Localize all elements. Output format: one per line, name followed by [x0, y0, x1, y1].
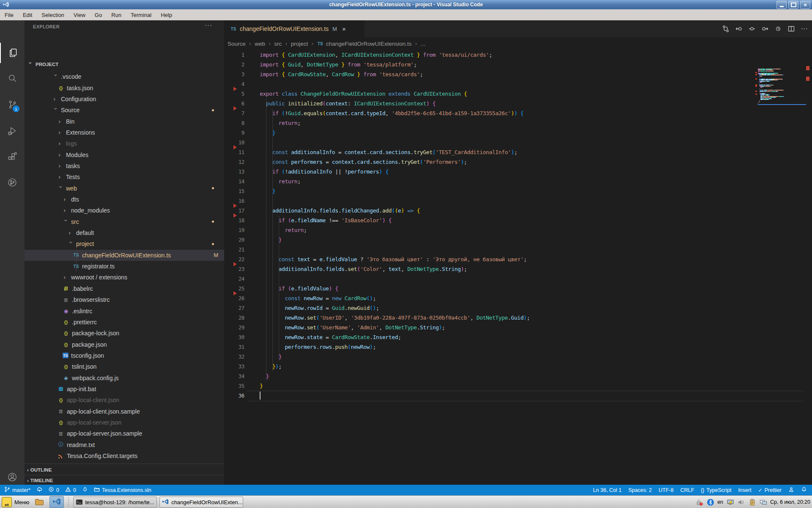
menu-item-run[interactable]: Run	[107, 9, 126, 20]
tree-item-.eslintrc[interactable]: ◉.eslintrc	[25, 305, 224, 316]
line-number-35[interactable]: 35	[224, 381, 244, 391]
tab-changeFieldOrRowUIExtension[interactable]: TS changeFieldOrRowUIExtension.ts M ×	[224, 20, 365, 37]
status-cloud-upload[interactable]	[36, 486, 42, 494]
minimap[interactable]	[758, 69, 805, 106]
split-editor-icon[interactable]	[787, 25, 796, 33]
tree-item-app-local-server.json[interactable]: {}app-local-server.json	[25, 417, 224, 428]
code-line-6[interactable]: public initialized(context: ICardUIExten…	[260, 99, 436, 108]
menu-item-selection[interactable]: Selection	[37, 9, 69, 20]
line-number-9[interactable]: 9	[224, 128, 244, 138]
line-number-20[interactable]: 20	[224, 235, 244, 245]
line-number-3[interactable]: 3	[224, 69, 244, 79]
tree-item-.prettierrc[interactable]: {}.prettierrc	[25, 317, 224, 328]
tree-item-Modules[interactable]: ›Modules	[25, 149, 224, 160]
status-ln-36-col-1[interactable]: Ln 36, Col 1	[593, 487, 621, 493]
tree-item-project[interactable]: ›project	[25, 238, 224, 249]
git-deleted-marker[interactable]	[233, 204, 237, 208]
status-spaces-2[interactable]: Spaces: 2	[628, 487, 652, 493]
code-editor[interactable]: 1import { CardUIExtension, ICardUIExtens…	[224, 50, 812, 485]
taskbar-window-vscode[interactable]: changeFieldOrRowUIExten...	[159, 497, 243, 508]
tree-item-app-local-server.json.sample[interactable]: ≣app-local-server.json.sample	[25, 428, 224, 439]
status-utf-8[interactable]: UTF-8	[658, 487, 673, 493]
code-line-35[interactable]: }	[260, 381, 263, 391]
git-deleted-marker[interactable]	[233, 106, 237, 110]
tree-item-tsconfig.json[interactable]: TStsconfig.json	[25, 350, 224, 361]
close-button[interactable]: ×	[800, 1, 810, 9]
tree-item-app-local-client.json[interactable]: {}app-local-client.json	[25, 395, 224, 406]
history-icon[interactable]	[774, 25, 782, 33]
breadcrumb-changeFieldOrRowUIExtension.ts[interactable]: TSchangeFieldOrRowUIExtension.ts	[317, 41, 412, 47]
tree-item-Configuration[interactable]: ›Configuration	[25, 94, 224, 105]
git-deleted-marker[interactable]	[233, 262, 237, 266]
breadcrumb-...[interactable]: ...	[421, 41, 425, 47]
code-line-5[interactable]: export class ChangeFieldOrRowUIExtension…	[260, 89, 467, 99]
code-line-31[interactable]: performers.rows.push(newRow);	[260, 342, 376, 352]
maximize-button[interactable]	[788, 1, 798, 9]
line-number-21[interactable]: 21	[224, 245, 244, 254]
menu-item-terminal[interactable]: Terminal	[126, 9, 156, 20]
status-crlf[interactable]: CRLF	[680, 487, 694, 493]
code-line-11[interactable]: const additionalInfo = context.card.sect…	[260, 147, 517, 157]
menu-item-file[interactable]: File	[0, 9, 18, 20]
code-line-22[interactable]: const text = e.fieldValue ? 'Это базовый…	[260, 254, 527, 264]
breadcrumb-Source[interactable]: Source	[228, 41, 246, 47]
code-line-18[interactable]: if (e.fieldName !== 'IsBaseColor') {	[260, 215, 392, 225]
tree-item-tslint.json[interactable]: {}tslint.json	[25, 361, 224, 372]
menu-item-go[interactable]: Go	[90, 9, 107, 20]
code-line-23[interactable]: additionalInfo.fields.set('Color', text,…	[260, 264, 467, 274]
code-line-7[interactable]: if (!Guid.equals(context.card.typeId, '4…	[260, 108, 524, 118]
line-number-31[interactable]: 31	[224, 342, 244, 352]
line-number-8[interactable]: 8	[224, 118, 244, 128]
line-number-34[interactable]: 34	[224, 371, 244, 381]
tree-item-package-lock.json[interactable]: {}package-lock.json	[25, 328, 224, 339]
tree-item-.babelrc[interactable]: B.babelrc	[25, 283, 224, 294]
tree-item-web[interactable]: ›web	[25, 183, 224, 194]
tree-item-app-local-client.json.sample[interactable]: ≣app-local-client.json.sample	[25, 406, 224, 417]
activity-extensions[interactable]	[0, 146, 25, 167]
clipboard-tray-icon[interactable]	[748, 498, 756, 506]
status-insert[interactable]: Insert	[738, 487, 751, 493]
code-line-33[interactable]: });	[260, 362, 282, 371]
code-line-28[interactable]: newRow.set('UserID', '3db19fa0-228a-497f…	[260, 313, 530, 323]
breadcrumb-project[interactable]: project	[291, 41, 308, 47]
menu-item-edit[interactable]: Edit	[18, 9, 37, 20]
bookmark-icon[interactable]	[748, 25, 756, 33]
line-number-27[interactable]: 27	[224, 303, 244, 313]
line-number-29[interactable]: 29	[224, 323, 244, 332]
tree-item-Bin[interactable]: ›Bin	[25, 116, 224, 127]
git-deleted-marker[interactable]	[233, 145, 237, 149]
outline-section[interactable]: › OUTLINE	[25, 464, 224, 475]
line-number-24[interactable]: 24	[224, 274, 244, 284]
activity-account[interactable]	[0, 467, 25, 487]
line-number-15[interactable]: 15	[224, 186, 244, 196]
tree-item-logs[interactable]: ›logs	[25, 138, 224, 149]
tree-item-app-init.bat[interactable]: ⊞app-init.bat	[25, 384, 224, 395]
status-0[interactable]: 0	[48, 486, 59, 494]
line-number-13[interactable]: 13	[224, 167, 244, 177]
code-line-19[interactable]: return;	[260, 225, 307, 235]
applications-menu-button[interactable]: alt Меню	[2, 497, 29, 507]
code-line-17[interactable]: additionalInfo.fields.fieldChanged.add((…	[260, 206, 420, 215]
more-actions-icon[interactable]	[800, 25, 809, 33]
breadcrumb-web[interactable]: web	[255, 41, 265, 47]
status-flame[interactable]	[82, 486, 88, 494]
line-number-28[interactable]: 28	[224, 313, 244, 323]
code-line-1[interactable]: import { CardUIExtension, ICardUIExtensi…	[260, 50, 492, 60]
monitors-tray-icon[interactable]	[759, 498, 767, 506]
file-manager-launcher[interactable]	[33, 497, 46, 508]
git-deleted-marker[interactable]	[233, 87, 237, 91]
display-tray-icon[interactable]	[726, 498, 734, 506]
tree-item-default[interactable]: ›default	[25, 227, 224, 238]
activity-explorer[interactable]	[0, 43, 25, 63]
tree-item-readme.txt[interactable]: ⓘreadme.txt	[25, 439, 224, 450]
nav-forward-icon[interactable]	[761, 25, 769, 33]
screen-lock-tray-icon[interactable]	[695, 498, 703, 506]
bluetooth-tray-icon[interactable]	[706, 498, 714, 506]
status-typescript[interactable]: {}TypeScript	[701, 487, 731, 493]
status-bell[interactable]	[801, 486, 807, 494]
line-number-14[interactable]: 14	[224, 177, 244, 186]
status-prettier[interactable]: ✓Prettier	[758, 487, 782, 493]
tree-item-webpack.config.js[interactable]: ◈webpack.config.js	[25, 372, 224, 383]
line-number-12[interactable]: 12	[224, 157, 244, 167]
tab-close-icon[interactable]: ×	[342, 25, 346, 33]
